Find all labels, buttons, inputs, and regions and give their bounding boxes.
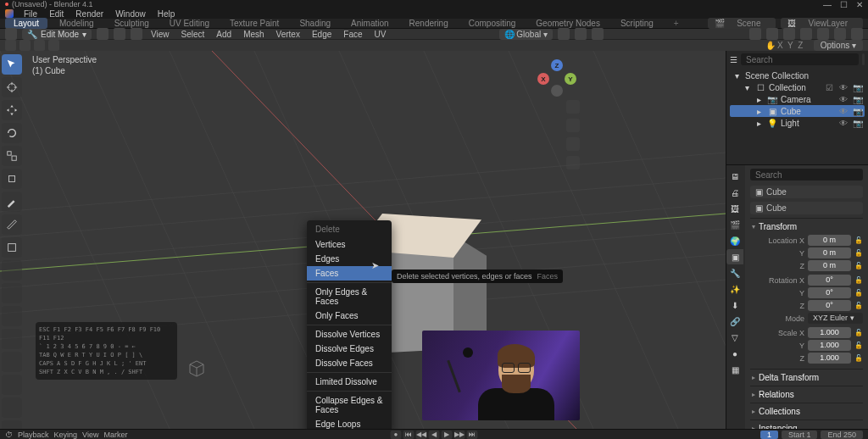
outliner-item-camera[interactable]: ▸ 📷 Camera 👁 📷 xyxy=(730,93,865,105)
section-delta[interactable]: Delta Transform xyxy=(750,370,863,386)
proportional-icon[interactable] xyxy=(592,28,604,40)
eye-icon[interactable]: 👁 xyxy=(839,107,849,116)
tab-sculpting[interactable]: Sculpting xyxy=(106,19,158,28)
ptab-data[interactable]: ▽ xyxy=(726,330,743,345)
section-instancing[interactable]: Instancing xyxy=(750,420,863,429)
menu-item-dissolve-faces[interactable]: Dissolve Faces xyxy=(307,356,392,370)
menu-face[interactable]: Face xyxy=(340,30,365,39)
object-crumb[interactable]: ▣ Cube xyxy=(750,186,863,198)
section-collections[interactable]: Collections xyxy=(750,403,863,420)
3d-viewport[interactable]: User Perspective (1) Cube xyxy=(0,51,726,429)
axis-z[interactable]: Z xyxy=(796,41,805,50)
tab-compositing[interactable]: Compositing xyxy=(460,19,525,28)
lock-icon[interactable]: 🔓 xyxy=(854,236,863,244)
rot-y[interactable]: 0° xyxy=(808,287,851,298)
pan-icon[interactable] xyxy=(566,119,580,132)
start-frame[interactable]: Start 1 xyxy=(782,431,818,439)
jump-end-icon[interactable]: ⏭ xyxy=(467,431,478,439)
lock-icon[interactable]: 🔓 xyxy=(854,276,863,284)
section-relations[interactable]: Relations xyxy=(750,386,863,403)
ptab-scene[interactable]: 🎬 xyxy=(726,217,743,232)
mode-selector[interactable]: 🔧 Edit Mode ▾ xyxy=(22,29,92,40)
snap-icon[interactable] xyxy=(575,28,587,40)
ptab-object[interactable]: ▣ xyxy=(726,249,743,264)
tl-view[interactable]: View xyxy=(82,431,98,439)
tool-move[interactable] xyxy=(2,100,22,120)
menu-item-faces[interactable]: Faces xyxy=(307,266,392,281)
gizmo-x[interactable]: X xyxy=(537,73,549,85)
tab-geometry-nodes[interactable]: Geometry Nodes xyxy=(527,19,609,28)
menu-item-vertices[interactable]: Vertices xyxy=(307,237,392,252)
ptab-viewlayer[interactable]: 🖼 xyxy=(726,201,743,216)
menu-view[interactable]: View xyxy=(147,30,173,39)
menu-item-limited-dissolve[interactable]: Limited Dissolve xyxy=(307,375,392,389)
pivot-icon[interactable] xyxy=(558,28,570,40)
tool-icon-4[interactable] xyxy=(48,40,59,51)
render-icon[interactable]: 📷 xyxy=(853,107,863,116)
current-frame[interactable]: 1 xyxy=(760,431,778,439)
tab-uv-editing[interactable]: UV Editing xyxy=(161,19,218,28)
lock-icon[interactable]: 🔓 xyxy=(854,354,863,362)
menu-edit[interactable]: Edit xyxy=(44,9,69,19)
tool-cursor[interactable] xyxy=(2,77,22,97)
axis-y[interactable]: Y xyxy=(786,41,795,50)
camera-icon[interactable] xyxy=(566,137,580,151)
eye-icon[interactable]: 👁 xyxy=(839,83,849,92)
tool-transform[interactable] xyxy=(2,169,22,189)
tl-playback[interactable]: Playback xyxy=(18,431,49,439)
tab-shading[interactable]: Shading xyxy=(291,19,339,28)
render-icon[interactable]: 📷 xyxy=(853,119,863,128)
tool-loop-cut[interactable] xyxy=(2,329,22,349)
filter-icon[interactable] xyxy=(862,53,865,65)
mesh-display-icon[interactable] xyxy=(749,28,761,40)
tool-icon-3[interactable] xyxy=(34,40,45,51)
menu-item-edges[interactable]: Edges xyxy=(307,252,392,266)
menu-item-edge-loops[interactable]: Edge Loops xyxy=(307,417,392,429)
lock-icon[interactable]: 🔓 xyxy=(854,329,863,336)
tool-icon-1[interactable] xyxy=(5,40,16,51)
tool-smooth[interactable] xyxy=(2,420,22,429)
edge-select-mode[interactable] xyxy=(114,28,125,40)
tool-icon-2[interactable] xyxy=(19,40,31,51)
ptab-texture[interactable]: ▦ xyxy=(726,362,743,377)
shading-matprev-icon[interactable] xyxy=(834,28,846,40)
eye-icon[interactable]: 👁 xyxy=(839,119,849,128)
nav-gizmo[interactable]: Z Y X xyxy=(537,59,576,98)
outliner-item-light[interactable]: ▸ 💡 Light 👁 📷 xyxy=(730,117,865,129)
perspective-icon[interactable] xyxy=(566,156,580,169)
play-icon[interactable]: ▶ xyxy=(442,431,453,439)
properties-search-input[interactable] xyxy=(750,169,863,181)
tool-scale[interactable] xyxy=(2,146,22,166)
loc-y[interactable]: 0 m xyxy=(808,247,851,258)
options-dropdown[interactable]: Options ▾ xyxy=(814,40,863,51)
lock-icon[interactable]: 🔓 xyxy=(854,302,863,309)
menu-file[interactable]: File xyxy=(19,9,42,19)
menu-window[interactable]: Window xyxy=(110,9,151,19)
menu-item-only-edges-faces[interactable]: Only Edges & Faces xyxy=(307,285,392,308)
tool-add-cube[interactable] xyxy=(2,237,22,258)
ptab-world[interactable]: 🌍 xyxy=(726,233,743,248)
maximize-button[interactable]: ☐ xyxy=(840,0,848,9)
menu-uv[interactable]: UV xyxy=(371,30,390,39)
ptab-render[interactable]: 🖥 xyxy=(726,169,743,184)
rotation-mode[interactable]: XYZ Euler ▾ xyxy=(808,313,863,324)
outliner-search-input[interactable] xyxy=(741,53,859,65)
render-icon[interactable]: 📷 xyxy=(853,83,863,92)
menu-help[interactable]: Help xyxy=(153,9,181,19)
tab-modeling[interactable]: Modeling xyxy=(51,19,103,28)
menu-select[interactable]: Select xyxy=(178,30,209,39)
ptab-particles[interactable]: ✨ xyxy=(726,281,743,297)
gizmo-y[interactable]: Y xyxy=(565,73,576,85)
menu-item-collapse[interactable]: Collapse Edges & Faces xyxy=(307,393,392,417)
tool-poly-build[interactable] xyxy=(2,375,22,395)
gizmo-z[interactable]: Z xyxy=(551,59,563,71)
tl-keying[interactable]: Keying xyxy=(54,431,78,439)
shading-solid-icon[interactable] xyxy=(817,28,829,40)
prev-key-icon[interactable]: ◀◀ xyxy=(416,431,427,439)
autokey-icon[interactable]: ● xyxy=(391,431,402,439)
render-icon[interactable]: 📷 xyxy=(853,95,863,104)
ptab-material[interactable]: ● xyxy=(726,346,743,361)
lock-icon[interactable]: 🔓 xyxy=(854,262,863,270)
menu-item-dissolve-edges[interactable]: Dissolve Edges xyxy=(307,342,392,356)
scene-selector[interactable]: 🎬 Scene xyxy=(708,18,776,29)
